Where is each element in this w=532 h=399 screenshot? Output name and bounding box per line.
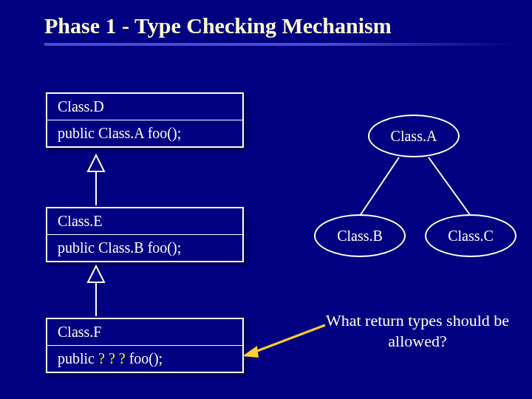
title-underline: [44, 43, 517, 46]
ellipse-class-b: Class.B: [314, 214, 406, 257]
svg-marker-1: [88, 155, 104, 171]
class-box-f: Class.F public ? ? ? foo();: [46, 318, 244, 373]
inheritance-arrow-e-to-d: [88, 155, 104, 205]
ellipse-class-a: Class.A: [368, 115, 460, 157]
svg-marker-7: [242, 346, 259, 358]
class-f-method: public ? ? ? foo();: [47, 346, 242, 372]
class-box-e: Class.E public Class.B foo();: [46, 207, 244, 262]
svg-line-5: [429, 157, 471, 216]
slide-title: Phase 1 - Type Checking Mechanism: [44, 13, 532, 38]
svg-marker-3: [88, 266, 104, 282]
svg-line-4: [360, 157, 399, 216]
method-question-marks: ? ? ?: [98, 350, 129, 366]
question-text: What return types should be allowed?: [314, 310, 521, 351]
callout-arrow: [242, 325, 325, 358]
ellipse-b-label: Class.B: [337, 228, 383, 245]
ellipse-a-label: Class.A: [391, 128, 437, 145]
class-f-name: Class.F: [47, 319, 242, 346]
method-prefix: public: [58, 350, 98, 366]
tree-connectors: [360, 157, 471, 216]
class-e-name: Class.E: [47, 208, 242, 235]
inheritance-arrow-f-to-e: [88, 266, 104, 316]
class-d-name: Class.D: [47, 94, 242, 120]
slide-title-area: Phase 1 - Type Checking Mechanism: [0, 0, 532, 46]
method-suffix: foo();: [129, 350, 163, 366]
ellipse-c-label: Class.C: [448, 228, 494, 245]
class-e-method: public Class.B foo();: [47, 235, 242, 261]
class-d-method: public Class.A foo();: [47, 120, 242, 146]
class-box-d: Class.D public Class.A foo();: [46, 92, 244, 148]
ellipse-class-c: Class.C: [425, 214, 516, 257]
